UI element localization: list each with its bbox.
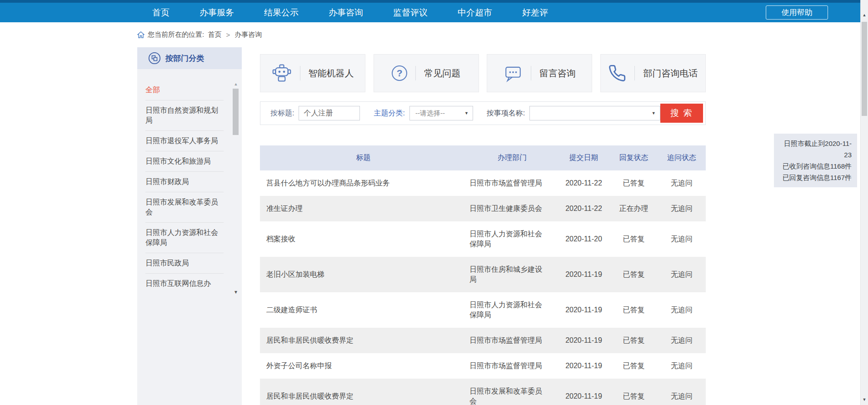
table-row: 二级建造师证书日照市人力资源和社会保障局2020-11-19已答复无追问	[260, 292, 706, 328]
department-list: 全部日照市自然资源和规划局日照市退役军人事务局日照市文化和旅游局日照市财政局日照…	[145, 80, 224, 294]
sidebar-department-item[interactable]: 日照市人力资源和社会保障局	[145, 223, 224, 253]
help-button[interactable]: 使用帮助	[766, 5, 828, 20]
topic-category-select[interactable]: --请选择-- ▼	[409, 106, 473, 120]
column-header-department: 办理部门	[467, 145, 558, 170]
cell-date: 2020-11-19	[558, 353, 610, 379]
cell-followup-status: 无追问	[658, 379, 706, 405]
cell-reply-status: 已答复	[610, 353, 658, 379]
nav-item-rating[interactable]: 好差评	[522, 7, 548, 19]
question-icon: ?	[392, 65, 407, 81]
cell-reply-status: 已答复	[610, 221, 658, 257]
message-consult-card[interactable]: 留言咨询	[487, 54, 592, 92]
cell-reply-status: 已答复	[610, 257, 658, 292]
cell-title[interactable]: 二级建造师证书	[260, 292, 467, 328]
chevron-down-icon: ▼	[464, 111, 469, 115]
title-search-input[interactable]	[299, 106, 360, 120]
table-row: 居民和非居民供暖收费界定日照市市场监督管理局2020-11-19已答复无追问	[260, 328, 706, 353]
cell-title[interactable]: 居民和非居民供暖收费界定	[260, 328, 467, 353]
cell-title[interactable]: 档案接收	[260, 221, 467, 257]
page-scrollbar[interactable]: ▲ ▼	[860, 0, 868, 405]
cell-department: 日照市住房和城乡建设局	[467, 257, 558, 292]
cell-reply-status: 正在办理	[610, 196, 658, 221]
column-header-date: 提交日期	[558, 145, 610, 170]
item-name-label: 按事项名称:	[487, 109, 525, 118]
sidebar-scroll-up-icon[interactable]: ▲	[233, 82, 239, 86]
cell-date: 2020-11-22	[558, 170, 610, 196]
cell-reply-status: 已答复	[610, 292, 658, 328]
cell-title[interactable]: 老旧小区加装电梯	[260, 257, 467, 292]
scrollbar-up-icon[interactable]: ▲	[861, 13, 868, 17]
quick-links: 智能机器人 ? 常见问题 留言咨询	[260, 54, 706, 92]
cell-department: 日照市市场监督管理局	[467, 353, 558, 379]
item-name-select[interactable]: ▼	[529, 106, 660, 120]
nav-item-intermediary[interactable]: 中介超市	[458, 7, 492, 19]
card-divider	[300, 66, 300, 80]
sidebar-department-item[interactable]: 日照市文化和旅游局	[145, 151, 224, 172]
column-header-reply-status: 回复状态	[610, 145, 658, 170]
sidebar-department-item[interactable]: 日照市互联网信息办	[145, 274, 224, 294]
table-row: 老旧小区加装电梯日照市住房和城乡建设局2020-11-19已答复无追问	[260, 257, 706, 292]
sidebar-department-item[interactable]: 日照市退役军人事务局	[145, 131, 224, 151]
cell-date: 2020-11-19	[558, 292, 610, 328]
scrollbar-thumb[interactable]	[862, 22, 867, 116]
table-row: 莒县什么地方可以办理商品条形码业务日照市市场监督管理局2020-11-22已答复…	[260, 170, 706, 196]
cell-department: 日照市市场监督管理局	[467, 328, 558, 353]
sidebar-scroll-down-icon[interactable]: ▼	[233, 290, 239, 295]
cell-date: 2020-11-20	[558, 221, 610, 257]
sidebar-department-item[interactable]: 日照市发展和改革委员会	[145, 192, 224, 223]
nav-item-consultation[interactable]: 办事咨询	[329, 7, 363, 19]
cell-followup-status: 无追问	[658, 353, 706, 379]
scrollbar-down-icon[interactable]: ▼	[861, 397, 868, 402]
stats-line-received: 已收到咨询信息1168件	[779, 160, 852, 172]
smart-robot-card[interactable]: 智能机器人	[260, 54, 365, 92]
cell-followup-status: 无追问	[658, 292, 706, 328]
table-header: 标题 办理部门 提交日期 回复状态 追问状态	[260, 145, 706, 170]
message-icon	[504, 64, 523, 83]
sidebar-department-item[interactable]: 日照市财政局	[145, 172, 224, 192]
column-header-followup-status: 追问状态	[658, 145, 706, 170]
nav-item-results[interactable]: 结果公示	[264, 7, 299, 19]
breadcrumb-prefix: 您当前所在的位置:	[148, 30, 204, 39]
cell-title[interactable]: 准生证办理	[260, 196, 467, 221]
stats-line-date: 日照市截止到2020-11-23	[779, 138, 852, 160]
main-nav: 首页 办事服务 结果公示 办事咨询 监督评议 中介超市 好差评 使用帮助	[0, 3, 868, 22]
cell-date: 2020-11-19	[558, 257, 610, 292]
cell-department: 日照市市场监督管理局	[467, 170, 558, 196]
search-button[interactable]: 搜 索	[660, 104, 703, 123]
category-icon	[148, 52, 161, 65]
cell-title[interactable]: 居民和非居民供暖收费界定	[260, 379, 467, 405]
department-phone-card[interactable]: 部门咨询电话	[600, 54, 706, 92]
column-header-title: 标题	[260, 145, 467, 170]
stats-line-replied: 已回复咨询信息1167件	[779, 172, 852, 183]
breadcrumb-current: 办事咨询	[234, 30, 262, 39]
sidebar-scrollbar-thumb[interactable]	[233, 89, 239, 135]
cell-followup-status: 无追问	[658, 328, 706, 353]
table-row: 外资子公司名称申报日照市市场监督管理局2020-11-19已答复无追问	[260, 353, 706, 379]
cell-followup-status: 无追问	[658, 221, 706, 257]
department-sidebar: 按部门分类 全部日照市自然资源和规划局日照市退役军人事务局日照市文化和旅游局日照…	[137, 47, 242, 405]
cell-department: 日照市发展和改革委员会	[467, 379, 558, 405]
cell-title[interactable]: 莒县什么地方可以办理商品条形码业务	[260, 170, 467, 196]
consultation-table: 标题 办理部门 提交日期 回复状态 追问状态 莒县什么地方可以办理商品条形码业务…	[260, 145, 706, 405]
sidebar-department-item[interactable]: 日照市自然资源和规划局	[145, 100, 224, 131]
card-divider	[415, 66, 416, 80]
table-row: 居民和非居民供暖收费界定日照市发展和改革委员会2020-11-19已答复无追问	[260, 379, 706, 405]
cell-title[interactable]: 外资子公司名称申报	[260, 353, 467, 379]
cell-followup-status: 无追问	[658, 196, 706, 221]
sidebar-department-item[interactable]: 日照市民政局	[145, 253, 224, 274]
nav-item-home[interactable]: 首页	[152, 7, 170, 19]
cell-reply-status: 已答复	[610, 328, 658, 353]
cell-department: 日照市人力资源和社会保障局	[467, 292, 558, 328]
breadcrumb-home-link[interactable]: 首页	[208, 30, 222, 39]
nav-item-services[interactable]: 办事服务	[200, 7, 234, 19]
cell-reply-status: 已答复	[610, 379, 658, 405]
nav-item-supervision[interactable]: 监督评议	[393, 7, 428, 19]
consultation-table-body: 莒县什么地方可以办理商品条形码业务日照市市场监督管理局2020-11-22已答复…	[260, 170, 706, 405]
cell-followup-status: 无追问	[658, 170, 706, 196]
sidebar-department-item[interactable]: 全部	[145, 80, 224, 100]
cell-department: 日照市卫生健康委员会	[467, 196, 558, 221]
card-divider	[531, 66, 531, 80]
card-label: 常见问题	[424, 67, 460, 80]
sidebar-title: 按部门分类	[165, 53, 204, 64]
faq-card[interactable]: ? 常见问题	[374, 54, 479, 92]
